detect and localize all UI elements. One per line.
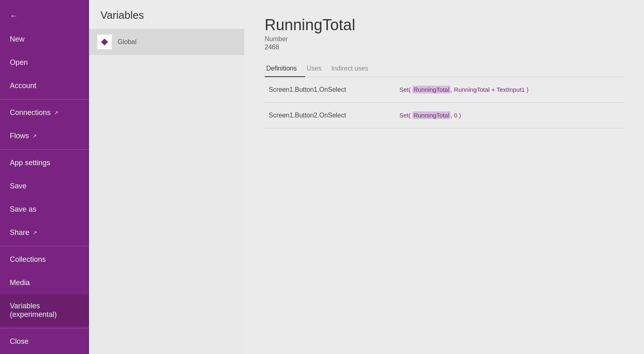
diamond-icon — [100, 38, 109, 46]
tabs-bar: Definitions Uses Indirect uses — [265, 61, 624, 77]
variables-panel-title: Variables — [89, 0, 244, 29]
variable-value: 2468 — [265, 44, 624, 51]
global-variable-label: Global — [118, 38, 136, 46]
tab-definitions[interactable]: Definitions — [265, 61, 305, 77]
table-row: Screen1.Button2.OnSelectSet( RunningTota… — [265, 103, 624, 128]
sidebar-item-save[interactable]: Save — [0, 175, 89, 198]
main-content: RunningTotal Number 2468 Definitions Use… — [244, 0, 644, 354]
definition-formula-0[interactable]: Set( RunningTotal, RunningTotal + TextIn… — [395, 77, 624, 103]
external-link-icon-share: ↗ — [33, 230, 37, 236]
formula-highlight-1: RunningTotal — [412, 111, 451, 119]
external-link-icon-connections: ↗ — [54, 110, 58, 116]
sidebar-item-close[interactable]: Close — [0, 330, 89, 353]
sidebar-item-label-share: Share — [10, 228, 29, 237]
sidebar-item-label-save-as: Save as — [10, 205, 36, 214]
external-link-icon-flows: ↗ — [32, 133, 37, 139]
variable-name-title: RunningTotal — [265, 16, 624, 34]
tab-uses[interactable]: Uses — [305, 61, 330, 77]
sidebar-item-label-media: Media — [10, 279, 30, 287]
definitions-table: Screen1.Button1.OnSelectSet( RunningTota… — [265, 77, 624, 128]
back-button[interactable]: ← — [0, 0, 89, 28]
sidebar-item-share[interactable]: Share↗ — [0, 221, 89, 244]
sidebar-divider-app-settings — [0, 149, 89, 150]
sidebar-divider-connections — [0, 99, 89, 100]
sidebar-item-label-app-settings: App settings — [10, 159, 50, 167]
sidebar-item-collections[interactable]: Collections — [0, 248, 89, 271]
sidebar-item-flows[interactable]: Flows↗ — [0, 124, 89, 148]
sidebar-item-save-as[interactable]: Save as — [0, 198, 89, 221]
variable-item-global[interactable]: Global — [89, 29, 244, 55]
definition-formula-1[interactable]: Set( RunningTotal, 0 ) — [395, 103, 624, 128]
back-arrow-icon: ← — [10, 11, 18, 20]
table-row: Screen1.Button1.OnSelectSet( RunningTota… — [265, 77, 624, 103]
sidebar-item-label-new: New — [10, 35, 25, 44]
sidebar-item-new[interactable]: New — [0, 28, 89, 51]
sidebar-divider-close — [0, 328, 89, 328]
sidebar-item-variables[interactable]: Variables (experimental) — [0, 294, 89, 326]
sidebar-item-label-connections: Connections — [10, 108, 51, 117]
tab-indirect-uses[interactable]: Indirect uses — [330, 61, 377, 77]
formula-link-0[interactable]: Set( RunningTotal, RunningTotal + TextIn… — [399, 86, 528, 93]
sidebar-item-label-save: Save — [10, 182, 27, 190]
sidebar-item-label-flows: Flows — [10, 132, 29, 140]
sidebar-item-label-variables: Variables (experimental) — [10, 302, 79, 319]
variable-type: Number — [265, 35, 624, 43]
sidebar-item-app-settings[interactable]: App settings — [0, 151, 89, 175]
sidebar-divider-collections — [0, 246, 89, 246]
global-variable-icon — [97, 35, 112, 49]
variable-list: Global — [89, 29, 244, 354]
sidebar: ← NewOpenAccountConnections↗Flows↗App se… — [0, 0, 89, 354]
sidebar-item-label-collections: Collections — [10, 255, 46, 264]
sidebar-item-media[interactable]: Media — [0, 271, 89, 294]
sidebar-item-label-close: Close — [10, 337, 29, 346]
definition-source-1: Screen1.Button2.OnSelect — [265, 103, 395, 128]
sidebar-item-connections[interactable]: Connections↗ — [0, 101, 89, 124]
definition-source-0: Screen1.Button1.OnSelect — [265, 77, 395, 103]
sidebar-item-open[interactable]: Open — [0, 51, 89, 74]
sidebar-item-label-open: Open — [10, 58, 28, 67]
formula-link-1[interactable]: Set( RunningTotal, 0 ) — [399, 111, 461, 119]
sidebar-item-account[interactable]: Account — [0, 74, 89, 97]
formula-highlight-0: RunningTotal — [412, 86, 451, 93]
sidebar-item-label-account: Account — [10, 82, 36, 90]
variables-panel: Variables Global — [89, 0, 244, 354]
